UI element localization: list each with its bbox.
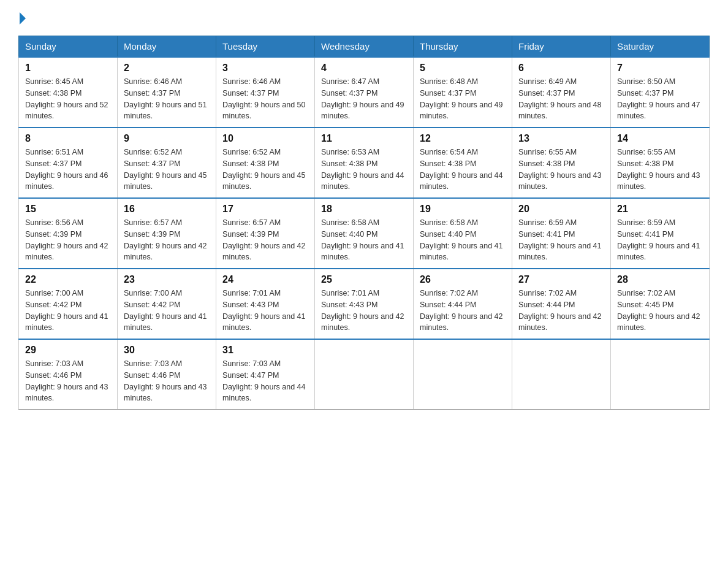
calendar-cell	[512, 339, 611, 410]
day-info: Sunrise: 6:55 AMSunset: 4:38 PMDaylight:…	[617, 147, 703, 193]
day-number: 19	[420, 204, 506, 215]
day-number: 6	[518, 63, 604, 74]
calendar-cell: 5Sunrise: 6:48 AMSunset: 4:37 PMDaylight…	[414, 57, 512, 128]
day-info: Sunrise: 6:45 AMSunset: 4:38 PMDaylight:…	[25, 76, 111, 122]
day-number: 2	[124, 63, 210, 74]
day-number: 15	[25, 204, 111, 215]
calendar-cell: 15Sunrise: 6:56 AMSunset: 4:39 PMDayligh…	[19, 198, 118, 269]
day-number: 4	[321, 63, 407, 74]
calendar-header-row: SundayMondayTuesdayWednesdayThursdayFrid…	[19, 36, 710, 58]
calendar-week-row: 1Sunrise: 6:45 AMSunset: 4:38 PMDaylight…	[19, 57, 710, 128]
calendar-week-row: 29Sunrise: 7:03 AMSunset: 4:46 PMDayligh…	[19, 339, 710, 410]
calendar-cell: 14Sunrise: 6:55 AMSunset: 4:38 PMDayligh…	[611, 128, 710, 198]
day-number: 11	[321, 133, 407, 144]
day-number: 17	[222, 204, 308, 215]
calendar-cell: 18Sunrise: 6:58 AMSunset: 4:40 PMDayligh…	[315, 198, 414, 269]
calendar-cell: 24Sunrise: 7:01 AMSunset: 4:43 PMDayligh…	[216, 269, 315, 339]
calendar-cell: 23Sunrise: 7:00 AMSunset: 4:42 PMDayligh…	[118, 269, 216, 339]
day-info: Sunrise: 7:03 AMSunset: 4:46 PMDaylight:…	[25, 358, 111, 404]
day-info: Sunrise: 6:46 AMSunset: 4:37 PMDaylight:…	[222, 76, 308, 122]
calendar-cell: 2Sunrise: 6:46 AMSunset: 4:37 PMDaylight…	[118, 57, 216, 128]
calendar-cell: 6Sunrise: 6:49 AMSunset: 4:37 PMDaylight…	[512, 57, 611, 128]
calendar-cell: 9Sunrise: 6:52 AMSunset: 4:37 PMDaylight…	[118, 128, 216, 198]
day-number: 12	[420, 133, 506, 144]
day-info: Sunrise: 6:59 AMSunset: 4:41 PMDaylight:…	[617, 217, 703, 263]
calendar-cell	[315, 339, 414, 410]
calendar-cell	[611, 339, 710, 410]
day-info: Sunrise: 6:59 AMSunset: 4:41 PMDaylight:…	[518, 217, 604, 263]
day-info: Sunrise: 7:03 AMSunset: 4:47 PMDaylight:…	[222, 358, 308, 404]
calendar-cell	[414, 339, 512, 410]
day-info: Sunrise: 7:02 AMSunset: 4:44 PMDaylight:…	[518, 288, 604, 334]
day-number: 20	[518, 204, 604, 215]
weekday-header-monday: Monday	[118, 36, 216, 58]
calendar-cell: 29Sunrise: 7:03 AMSunset: 4:46 PMDayligh…	[19, 339, 118, 410]
day-number: 24	[222, 274, 308, 285]
day-number: 3	[222, 63, 308, 74]
day-info: Sunrise: 6:52 AMSunset: 4:38 PMDaylight:…	[222, 147, 308, 193]
day-info: Sunrise: 6:55 AMSunset: 4:38 PMDaylight:…	[518, 147, 604, 193]
day-info: Sunrise: 7:00 AMSunset: 4:42 PMDaylight:…	[124, 288, 210, 334]
day-number: 21	[617, 204, 703, 215]
calendar-cell: 4Sunrise: 6:47 AMSunset: 4:37 PMDaylight…	[315, 57, 414, 128]
day-number: 25	[321, 274, 407, 285]
day-info: Sunrise: 7:00 AMSunset: 4:42 PMDaylight:…	[25, 288, 111, 334]
day-info: Sunrise: 6:53 AMSunset: 4:38 PMDaylight:…	[321, 147, 407, 193]
day-info: Sunrise: 6:49 AMSunset: 4:37 PMDaylight:…	[518, 76, 604, 122]
calendar-cell: 8Sunrise: 6:51 AMSunset: 4:37 PMDaylight…	[19, 128, 118, 198]
day-info: Sunrise: 6:50 AMSunset: 4:37 PMDaylight:…	[617, 76, 703, 122]
calendar-cell: 17Sunrise: 6:57 AMSunset: 4:39 PMDayligh…	[216, 198, 315, 269]
day-info: Sunrise: 6:57 AMSunset: 4:39 PMDaylight:…	[124, 217, 210, 263]
day-number: 23	[124, 274, 210, 285]
day-number: 28	[617, 274, 703, 285]
day-info: Sunrise: 7:02 AMSunset: 4:45 PMDaylight:…	[617, 288, 703, 334]
calendar-cell: 27Sunrise: 7:02 AMSunset: 4:44 PMDayligh…	[512, 269, 611, 339]
calendar-cell: 30Sunrise: 7:03 AMSunset: 4:46 PMDayligh…	[118, 339, 216, 410]
weekday-header-thursday: Thursday	[414, 36, 512, 58]
day-info: Sunrise: 7:03 AMSunset: 4:46 PMDaylight:…	[124, 358, 210, 404]
day-number: 13	[518, 133, 604, 144]
weekday-header-wednesday: Wednesday	[315, 36, 414, 58]
calendar-week-row: 15Sunrise: 6:56 AMSunset: 4:39 PMDayligh…	[19, 198, 710, 269]
day-number: 30	[124, 345, 210, 356]
weekday-header-friday: Friday	[512, 36, 611, 58]
day-number: 31	[222, 345, 308, 356]
calendar-cell: 22Sunrise: 7:00 AMSunset: 4:42 PMDayligh…	[19, 269, 118, 339]
calendar-table: SundayMondayTuesdayWednesdayThursdayFrid…	[18, 36, 710, 410]
calendar-cell: 1Sunrise: 6:45 AMSunset: 4:38 PMDaylight…	[19, 57, 118, 128]
day-number: 9	[124, 133, 210, 144]
day-number: 7	[617, 63, 703, 74]
calendar-cell: 19Sunrise: 6:58 AMSunset: 4:40 PMDayligh…	[414, 198, 512, 269]
page-header	[18, 12, 710, 25]
calendar-cell: 21Sunrise: 6:59 AMSunset: 4:41 PMDayligh…	[611, 198, 710, 269]
day-number: 18	[321, 204, 407, 215]
calendar-cell: 10Sunrise: 6:52 AMSunset: 4:38 PMDayligh…	[216, 128, 315, 198]
day-number: 27	[518, 274, 604, 285]
day-info: Sunrise: 6:58 AMSunset: 4:40 PMDaylight:…	[420, 217, 506, 263]
day-info: Sunrise: 6:52 AMSunset: 4:37 PMDaylight:…	[124, 147, 210, 193]
day-number: 29	[25, 345, 111, 356]
weekday-header-tuesday: Tuesday	[216, 36, 315, 58]
calendar-cell: 25Sunrise: 7:01 AMSunset: 4:43 PMDayligh…	[315, 269, 414, 339]
calendar-week-row: 22Sunrise: 7:00 AMSunset: 4:42 PMDayligh…	[19, 269, 710, 339]
weekday-header-saturday: Saturday	[611, 36, 710, 58]
day-info: Sunrise: 6:48 AMSunset: 4:37 PMDaylight:…	[420, 76, 506, 122]
weekday-header-sunday: Sunday	[19, 36, 118, 58]
calendar-cell: 13Sunrise: 6:55 AMSunset: 4:38 PMDayligh…	[512, 128, 611, 198]
logo-arrow-icon	[20, 12, 26, 25]
calendar-cell: 11Sunrise: 6:53 AMSunset: 4:38 PMDayligh…	[315, 128, 414, 198]
day-number: 10	[222, 133, 308, 144]
calendar-cell: 3Sunrise: 6:46 AMSunset: 4:37 PMDaylight…	[216, 57, 315, 128]
calendar-cell: 26Sunrise: 7:02 AMSunset: 4:44 PMDayligh…	[414, 269, 512, 339]
calendar-week-row: 8Sunrise: 6:51 AMSunset: 4:37 PMDaylight…	[19, 128, 710, 198]
calendar-cell: 7Sunrise: 6:50 AMSunset: 4:37 PMDaylight…	[611, 57, 710, 128]
calendar-cell: 28Sunrise: 7:02 AMSunset: 4:45 PMDayligh…	[611, 269, 710, 339]
day-number: 22	[25, 274, 111, 285]
day-number: 26	[420, 274, 506, 285]
day-number: 1	[25, 63, 111, 74]
day-info: Sunrise: 7:01 AMSunset: 4:43 PMDaylight:…	[222, 288, 308, 334]
day-info: Sunrise: 6:57 AMSunset: 4:39 PMDaylight:…	[222, 217, 308, 263]
day-info: Sunrise: 7:02 AMSunset: 4:44 PMDaylight:…	[420, 288, 506, 334]
day-number: 8	[25, 133, 111, 144]
day-info: Sunrise: 6:46 AMSunset: 4:37 PMDaylight:…	[124, 76, 210, 122]
